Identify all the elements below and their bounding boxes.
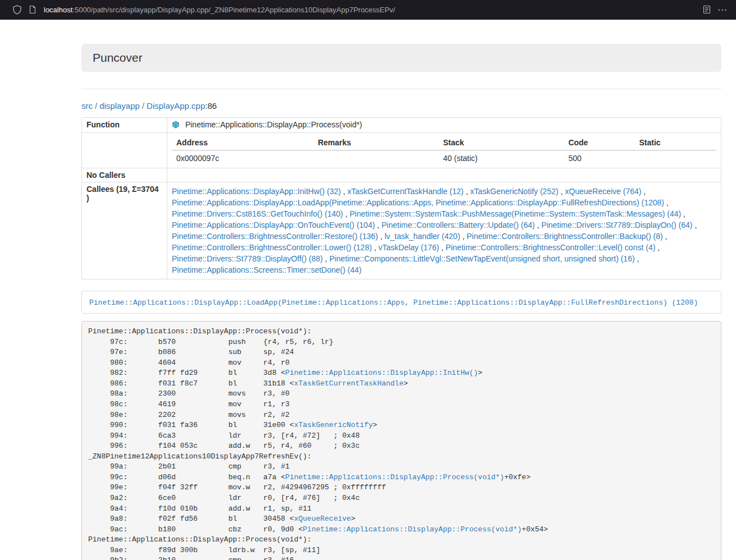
- breadcrumb-link-src[interactable]: src: [81, 101, 93, 111]
- column-header-stack: Stack: [438, 135, 564, 150]
- no-callers-label: No Callers: [82, 168, 167, 182]
- assembly-symbol-link[interactable]: Pinetime::Applications::DisplayApp::Proc…: [285, 473, 504, 481]
- callee-link[interactable]: Pinetime::Applications::DisplayApp::OnTo…: [172, 221, 375, 229]
- callees-row: Callees (19, Σ=3704 ) Pinetime::Applicat…: [82, 182, 721, 279]
- function-row: Function Pinetime::Applications::Display…: [82, 118, 721, 133]
- function-details-values: 0x0000097c 40 (static) 500: [172, 150, 716, 166]
- assembly-symbol-link[interactable]: Pinetime::Applications::DisplayApp::Init…: [285, 369, 478, 377]
- callee-link[interactable]: vTaskDelay (176): [378, 243, 439, 252]
- column-header-code: Code: [564, 135, 634, 150]
- assembly-code: Pinetime::Applications::DisplayApp::Proc…: [81, 321, 721, 560]
- breadcrumb-line-number: :86: [205, 101, 217, 111]
- callee-separator: ,: [663, 232, 668, 241]
- callee-separator: ,: [641, 187, 646, 196]
- callee-link[interactable]: xTaskGetCurrentTaskHandle (12): [348, 187, 464, 196]
- callee-link[interactable]: Pinetime::Drivers::Cst816S::GetTouchInfo…: [172, 209, 343, 218]
- breadcrumb: src/displayapp/DisplayApp.cpp:86: [81, 101, 721, 111]
- column-header-address: Address: [172, 135, 313, 150]
- callee-link[interactable]: Pinetime::Drivers::St7789::DisplayOff() …: [172, 254, 323, 263]
- reader-view-icon[interactable]: [699, 2, 715, 17]
- callee-link[interactable]: Pinetime::Controllers::BrightnessControl…: [172, 232, 378, 241]
- url-bar-left: localhost:5000/path/src/displayapp/Displ…: [0, 2, 395, 17]
- cell-stack: 40 (static): [438, 150, 564, 166]
- empty-cell: [167, 168, 721, 182]
- assembly-symbol-link[interactable]: xTaskGenericNotify: [294, 421, 373, 429]
- callee-separator: ,: [323, 254, 330, 263]
- divider: [81, 89, 721, 89]
- shield-icon[interactable]: [9, 2, 25, 17]
- cell-code: 500: [564, 150, 634, 166]
- callee-separator: ,: [559, 187, 565, 196]
- assembly-symbol-link[interactable]: xTaskGetCurrentTaskHandle: [294, 379, 404, 388]
- no-callers-row: No Callers: [82, 168, 721, 182]
- callee-link[interactable]: Pinetime::Applications::Screens::Timer::…: [172, 265, 362, 274]
- breadcrumb-link-file[interactable]: DisplayApp.cpp: [147, 101, 205, 111]
- page-info-icon[interactable]: [25, 2, 40, 17]
- callee-separator: ,: [464, 187, 470, 196]
- callee-separator: ,: [655, 243, 660, 252]
- callees-label: Callees (19, Σ=3704 ): [82, 182, 167, 279]
- callee-link[interactable]: lv_task_handler (420): [385, 232, 460, 241]
- breadcrumb-separator: /: [142, 101, 144, 111]
- cell-static: [634, 150, 716, 166]
- callees-cell: Pinetime::Applications::DisplayApp::Init…: [167, 182, 721, 279]
- callee-separator: ,: [635, 254, 639, 263]
- callee-link[interactable]: Pinetime::Controllers::BrightnessControl…: [172, 243, 372, 252]
- callee-link[interactable]: Pinetime::Controllers::BrightnessControl…: [446, 243, 655, 252]
- callee-separator: ,: [343, 209, 350, 218]
- callees-list: Pinetime::Applications::DisplayApp::Init…: [172, 185, 716, 277]
- app-header: Puncover: [81, 44, 721, 72]
- page-title: Puncover: [93, 51, 143, 64]
- function-symbol-icon: [172, 121, 180, 130]
- symbol-panel: Pinetime::Applications::DisplayApp::Load…: [81, 291, 721, 314]
- callee-link[interactable]: xTaskGenericNotify (252): [470, 187, 558, 196]
- function-details-row: Address Remarks Stack Code Static 0x0000…: [82, 133, 721, 168]
- callee-separator: ,: [439, 243, 446, 252]
- url-path: :5000/path/src/displayapp/DisplayApp.cpp…: [72, 6, 395, 14]
- callee-separator: ,: [535, 221, 542, 229]
- breadcrumb-separator: /: [95, 101, 97, 111]
- callee-link[interactable]: xQueueReceive (764): [565, 187, 641, 196]
- callee-separator: ,: [341, 187, 348, 196]
- column-header-static: Static: [634, 135, 716, 150]
- callee-separator: ,: [693, 221, 697, 229]
- assembly-symbol-link[interactable]: Pinetime::Applications::DisplayApp::Proc…: [303, 525, 522, 534]
- callee-separator: ,: [664, 198, 669, 207]
- cell-remarks: [313, 150, 438, 166]
- function-details-cell: Address Remarks Stack Code Static 0x0000…: [167, 133, 721, 168]
- callee-link[interactable]: Pinetime::Controllers::BrightnessControl…: [467, 232, 662, 241]
- page-container: Puncover src/displayapp/DisplayApp.cpp:8…: [81, 44, 721, 560]
- callee-link[interactable]: Pinetime::Components::LittleVgl::SetNewT…: [330, 254, 635, 263]
- callee-link[interactable]: Pinetime::System::SystemTask::PushMessag…: [350, 209, 682, 218]
- callee-link[interactable]: Pinetime::Applications::DisplayApp::Load…: [172, 198, 664, 207]
- callee-separator: ,: [378, 232, 385, 241]
- url-bar-right: ⋯: [699, 2, 736, 17]
- callee-separator: ,: [681, 209, 685, 218]
- callee-link[interactable]: Pinetime::Controllers::Battery::Update()…: [382, 221, 535, 229]
- function-symbol-name: Pinetime::Applications::DisplayApp::Proc…: [185, 120, 362, 129]
- breadcrumb-link-displayapp[interactable]: displayapp: [99, 101, 140, 111]
- column-header-remarks: Remarks: [313, 135, 438, 150]
- overflow-menu-icon[interactable]: ⋯: [715, 2, 730, 17]
- empty-cell: [82, 133, 167, 168]
- callee-separator: ,: [460, 232, 467, 241]
- callee-separator: ,: [372, 243, 378, 252]
- function-row-label: Function: [82, 118, 167, 133]
- url-host: localhost: [44, 6, 72, 14]
- cell-address: 0x0000097c: [172, 150, 313, 166]
- function-details-table: Address Remarks Stack Code Static 0x0000…: [172, 135, 716, 166]
- assembly-symbol-link[interactable]: xQueueReceive: [294, 515, 351, 523]
- callee-link[interactable]: Pinetime::Drivers::St7789::DisplayOn() (…: [541, 221, 692, 229]
- browser-chrome: localhost:5000/path/src/displayapp/Displ…: [0, 0, 736, 20]
- callee-link[interactable]: Pinetime::Applications::DisplayApp::Init…: [172, 187, 341, 196]
- url-bar[interactable]: localhost:5000/path/src/displayapp/Displ…: [44, 6, 395, 14]
- symbol-panel-link[interactable]: Pinetime::Applications::DisplayApp::Load…: [89, 299, 698, 307]
- function-symbol-cell: Pinetime::Applications::DisplayApp::Proc…: [167, 118, 721, 133]
- function-table: Function Pinetime::Applications::Display…: [81, 117, 721, 279]
- callee-separator: ,: [375, 221, 382, 229]
